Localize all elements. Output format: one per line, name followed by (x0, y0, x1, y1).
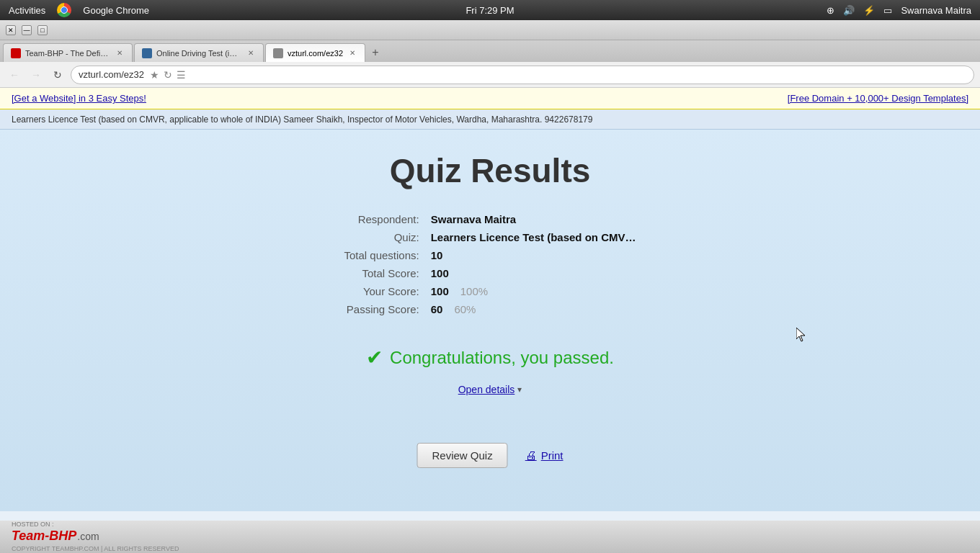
ad-link-left[interactable]: [Get a Website] in 3 Easy Steps! (12, 93, 146, 104)
os-bar: Activities Google Chrome Fri 7:29 PM ⊕ 🔊… (0, 0, 980, 20)
respondent-value: Swarnava Maitra (431, 212, 636, 227)
print-label: Print (541, 449, 564, 462)
bookmark-icon[interactable]: ★ (150, 69, 159, 81)
window-maximize-button[interactable]: □ (37, 25, 48, 35)
os-bar-left: Activities Google Chrome (9, 3, 149, 17)
passing-score-label: Passing Score: (344, 302, 419, 317)
your-score-pct: 100% (460, 285, 488, 297)
url-icons: ★ ↻ ☰ (150, 69, 186, 81)
os-bar-right: ⊕ 🔊 ⚡ ▭ Swarnava Maitra (827, 5, 971, 16)
congrats-row: ✔ Congratulations, you passed. (366, 346, 614, 369)
activities-label[interactable]: Activities (9, 5, 45, 16)
print-icon: 🖨 (525, 449, 537, 462)
quiz-value: Learners Licence Test (based on CMV… (431, 230, 636, 245)
page-title: Quiz Results (390, 151, 591, 190)
refresh-icon[interactable]: ↻ (164, 69, 172, 81)
brand-dot-com: .com (77, 531, 99, 543)
tab-close-driving[interactable]: ✕ (246, 48, 256, 58)
back-button[interactable]: ← (6, 66, 23, 84)
total-score-label: Total Score: (344, 266, 419, 281)
window-controls: ✕ — □ (0, 20, 980, 40)
tab-vzturl[interactable]: vzturl.com/ez32 ✕ (265, 43, 365, 62)
url-text: vzturl.com/ez32 (79, 69, 144, 80)
app-name-label: Google Chrome (83, 5, 149, 16)
tab-label-driving: Online Driving Test (in En... (156, 49, 241, 58)
open-details-link[interactable]: Open details (458, 384, 515, 395)
forward-button[interactable]: → (27, 66, 45, 84)
review-quiz-button[interactable]: Review Quiz (416, 443, 507, 468)
your-score-value: 100 100% (431, 284, 636, 299)
tab-favicon-vzturl (273, 48, 283, 58)
your-score-number: 100 (431, 285, 449, 297)
display-icon: ▭ (883, 5, 892, 16)
url-bar[interactable]: vzturl.com/ez32 ★ ↻ ☰ (71, 66, 974, 84)
teambhp-logo: HOSTED ON : Team-BHP .com COPYRIGHT TEAM… (12, 521, 179, 553)
main-content: Quiz Results Respondent: Swarnava Maitra… (0, 130, 980, 511)
tab-label-vzturl: vzturl.com/ez32 (288, 49, 343, 58)
tab-close-vzturl[interactable]: ✕ (347, 48, 357, 58)
address-bar: ← → ↻ vzturl.com/ez32 ★ ↻ ☰ (0, 62, 980, 88)
congrats-text: Congratulations, you passed. (390, 348, 614, 368)
menu-icon[interactable]: ☰ (177, 69, 186, 81)
footer: HOSTED ON : Team-BHP .com COPYRIGHT TEAM… (0, 521, 980, 553)
bottom-buttons: Review Quiz 🖨 Print (416, 443, 563, 468)
total-questions-label: Total questions: (344, 248, 419, 263)
window-minimize-button[interactable]: — (22, 25, 32, 35)
tab-favicon-driving (142, 48, 152, 58)
tab-driving[interactable]: Online Driving Test (in En... ✕ (134, 43, 264, 62)
hosted-on-label: HOSTED ON : (12, 521, 179, 529)
volume-icon: 🔊 (843, 5, 855, 16)
window-close-button[interactable]: ✕ (6, 25, 16, 35)
tab-teambhp[interactable]: Team-BHP - The Definitiv... ✕ (3, 43, 133, 62)
reload-button[interactable]: ↻ (49, 66, 66, 84)
respondent-label: Respondent: (344, 212, 419, 227)
info-bar: Learners Licence Test (based on CMVR, ap… (0, 109, 980, 130)
tab-close-teambhp[interactable]: ✕ (115, 48, 125, 58)
check-icon: ✔ (366, 346, 383, 369)
dropdown-arrow-icon: ▾ (517, 385, 522, 395)
ad-banner: [Get a Website] in 3 Easy Steps! [Free D… (0, 88, 980, 109)
quiz-label: Quiz: (344, 230, 419, 245)
user-name: Swarnava Maitra (901, 5, 971, 16)
os-datetime: Fri 7:29 PM (466, 5, 514, 16)
tab-bar: Team-BHP - The Definitiv... ✕ Online Dri… (0, 40, 980, 62)
total-score-value: 100 (431, 266, 636, 281)
new-tab-button[interactable]: + (367, 43, 384, 62)
brand-name: Team-BHP (12, 529, 76, 544)
tab-favicon-teambhp (11, 48, 21, 58)
info-text: Learners Licence Test (based on CMVR, ap… (12, 114, 592, 125)
accessibility-icon: ⊕ (827, 5, 834, 16)
tab-label-teambhp: Team-BHP - The Definitiv... (25, 49, 110, 58)
passing-score-value: 60 60% (431, 302, 636, 317)
total-questions-value: 10 (431, 248, 636, 263)
chrome-logo-icon (57, 3, 71, 17)
results-table: Respondent: Swarnava Maitra Quiz: Learne… (344, 212, 636, 317)
passing-score-number: 60 (431, 303, 443, 315)
bluetooth-icon: ⚡ (863, 5, 875, 16)
passing-score-pct: 60% (454, 303, 476, 315)
open-details-row: Open details ▾ (458, 384, 522, 395)
ad-link-right[interactable]: [Free Domain + 10,000+ Design Templates] (788, 93, 968, 104)
your-score-label: Your Score: (344, 284, 419, 299)
copyright-text: COPYRIGHT TEAMBHP.COM | ALL RIGHTS RESER… (12, 545, 179, 553)
print-link[interactable]: 🖨 Print (525, 449, 564, 462)
